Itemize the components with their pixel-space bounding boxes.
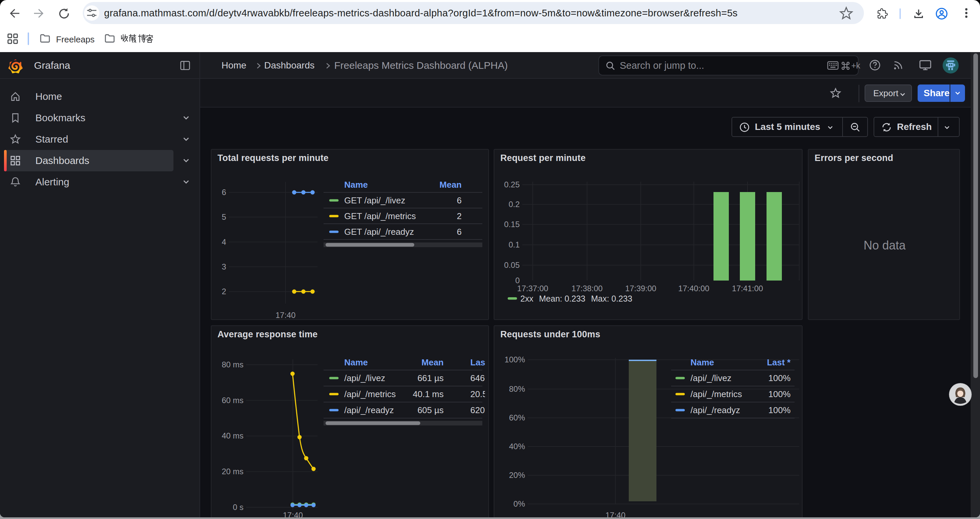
svg-text:40%: 40% xyxy=(509,442,525,451)
svg-text:/api/_/readyz: /api/_/readyz xyxy=(344,405,394,415)
svg-text:Name: Name xyxy=(690,357,714,367)
svg-text:0.05: 0.05 xyxy=(504,260,520,270)
svg-text:4: 4 xyxy=(222,238,226,246)
svg-text:0.2: 0.2 xyxy=(509,200,520,209)
svg-text:100%: 100% xyxy=(505,355,525,364)
svg-text:0.15: 0.15 xyxy=(504,220,520,229)
svg-text:17:40:00: 17:40:00 xyxy=(678,284,709,293)
svg-text:646 µs: 646 µs xyxy=(470,373,488,383)
svg-text:100%: 100% xyxy=(768,405,791,415)
svg-text:17:40: 17:40 xyxy=(283,511,303,517)
svg-text:605 µs: 605 µs xyxy=(417,405,444,415)
svg-text:GET /api/_/livez: GET /api/_/livez xyxy=(344,195,405,205)
svg-text:Max: 0.233: Max: 0.233 xyxy=(591,294,632,303)
svg-text:0%: 0% xyxy=(513,499,525,508)
svg-text:2: 2 xyxy=(457,211,461,221)
svg-text:GET /api/_/readyz: GET /api/_/readyz xyxy=(344,227,414,237)
svg-text:60%: 60% xyxy=(509,413,525,422)
svg-text:5: 5 xyxy=(222,212,226,222)
svg-text:620 µs: 620 µs xyxy=(470,405,488,415)
svg-text:40.1 ms: 40.1 ms xyxy=(413,389,444,399)
svg-text:/api/_/readyz: /api/_/readyz xyxy=(690,405,740,415)
svg-text:Mean: Mean xyxy=(422,357,444,367)
svg-text:Name: Name xyxy=(344,357,368,367)
svg-text:6: 6 xyxy=(457,195,461,205)
svg-text:Last *: Last * xyxy=(767,357,791,367)
svg-text:0 s: 0 s xyxy=(233,503,243,512)
svg-text:6: 6 xyxy=(457,227,461,237)
svg-text:/api/_/metrics: /api/_/metrics xyxy=(344,389,396,399)
svg-text:80%: 80% xyxy=(509,385,525,393)
svg-text:/api/_/livez: /api/_/livez xyxy=(344,373,385,383)
svg-text:Name: Name xyxy=(344,180,368,190)
svg-text:80 ms: 80 ms xyxy=(222,360,243,369)
svg-text:0.1: 0.1 xyxy=(509,240,520,249)
svg-text:20 ms: 20 ms xyxy=(222,467,243,476)
svg-text:17:37:00: 17:37:00 xyxy=(517,284,548,293)
svg-text:6: 6 xyxy=(222,188,226,197)
svg-text:661 µs: 661 µs xyxy=(417,373,444,383)
svg-text:GET /api/_/metrics: GET /api/_/metrics xyxy=(344,211,416,221)
svg-text:/api/_/metrics: /api/_/metrics xyxy=(690,389,742,399)
svg-text:40 ms: 40 ms xyxy=(222,431,243,440)
svg-text:100%: 100% xyxy=(768,389,791,399)
svg-text:3: 3 xyxy=(222,262,226,271)
svg-text:17:41:00: 17:41:00 xyxy=(732,284,763,293)
svg-text:Mean: Mean xyxy=(440,180,461,190)
svg-text:Mean: 0.233: Mean: 0.233 xyxy=(539,294,585,303)
svg-text:0.25: 0.25 xyxy=(504,180,520,189)
svg-text:Last *: Last * xyxy=(470,357,488,367)
svg-text:17:39:00: 17:39:00 xyxy=(625,284,656,293)
svg-text:2: 2 xyxy=(222,287,226,296)
svg-text:60 ms: 60 ms xyxy=(222,396,243,405)
svg-text:17:40: 17:40 xyxy=(275,311,296,319)
svg-text:20.5 ms: 20.5 ms xyxy=(470,389,488,399)
svg-text:20%: 20% xyxy=(509,471,525,480)
svg-text:0: 0 xyxy=(515,276,520,285)
svg-text:17:40: 17:40 xyxy=(605,511,625,517)
svg-text:100%: 100% xyxy=(768,373,791,383)
svg-text:/api/_/livez: /api/_/livez xyxy=(690,373,732,383)
svg-text:17:38:00: 17:38:00 xyxy=(571,284,602,293)
svg-text:2xx: 2xx xyxy=(520,294,533,303)
